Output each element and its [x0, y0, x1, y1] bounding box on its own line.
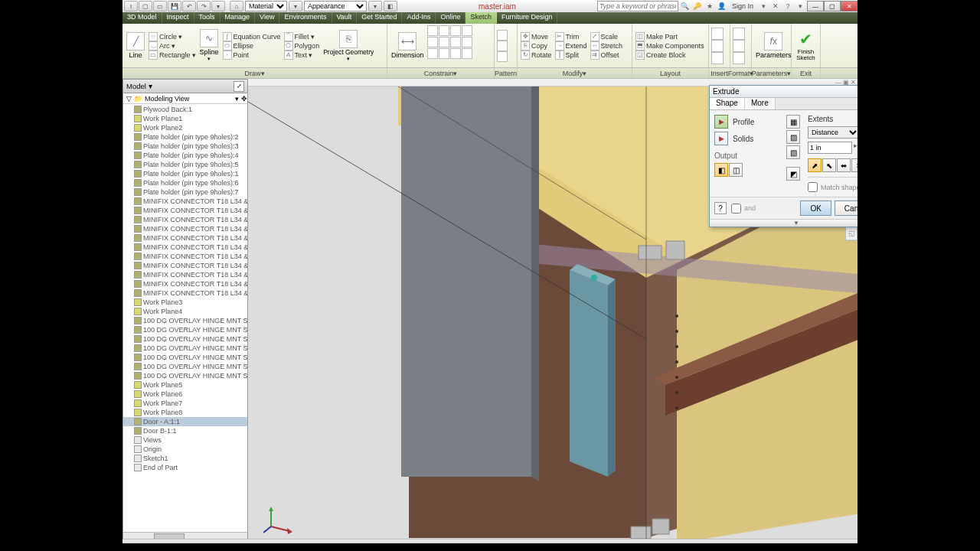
exchange-icon[interactable]: ✕ [770, 1, 781, 11]
tab-more[interactable]: More [745, 98, 776, 109]
construction-icon[interactable] [733, 28, 745, 40]
undo-icon[interactable]: ↶ [182, 1, 196, 11]
tab-furniture-design[interactable]: Furniture Design [497, 12, 558, 24]
tree-item[interactable]: Door - A:1:1 [123, 417, 247, 426]
tree-item[interactable]: MINIFIX CONNECTOR T18 L34 & 2W [123, 224, 247, 233]
profile-select-button[interactable]: ▶ [714, 115, 728, 129]
sign-in-link[interactable]: Sign In [732, 2, 753, 10]
tree-item[interactable]: MINIFIX CONNECTOR T18 L34 & 2W [123, 243, 247, 252]
perpendicular-icon[interactable] [439, 37, 449, 47]
tree-item[interactable]: MINIFIX CONNECTOR T18 L34 & 2W [123, 206, 247, 215]
appearance-adjust-icon[interactable]: ◧ [384, 1, 397, 11]
dialog-help-icon[interactable]: ? [714, 202, 727, 214]
qat-more-icon[interactable]: ▾ [211, 1, 225, 11]
help-search-input[interactable] [597, 1, 678, 11]
browser-tree[interactable]: Plywood Back:1Work Plane1Work Plane2Plat… [123, 104, 247, 532]
split-button[interactable]: ⎮Split [554, 51, 588, 60]
make-part-button[interactable]: ◫Make Part [635, 32, 705, 41]
copy-button[interactable]: ⎘Copy [520, 41, 553, 51]
equal-icon[interactable] [462, 48, 472, 59]
circ-pattern-icon[interactable] [497, 41, 508, 51]
op-newsolid-icon[interactable]: ◩ [786, 167, 800, 181]
parameters-button[interactable]: fxParameters [754, 25, 793, 66]
minimize-button[interactable]: — [807, 1, 824, 11]
open-icon[interactable]: ▭ [153, 1, 167, 11]
tree-item[interactable]: Views [123, 435, 247, 445]
save-icon[interactable]: 💾 [168, 1, 181, 11]
dimension-button[interactable]: ⟷Dimension [390, 25, 426, 66]
tree-item[interactable]: Work Plane8 [123, 408, 247, 417]
tree-item[interactable]: Plate holder (pin type 9holes):2 [123, 132, 247, 142]
move-button[interactable]: ✥Move [520, 32, 553, 41]
help-icon[interactable]: ? [782, 1, 793, 11]
tab-environments[interactable]: Environments [279, 12, 332, 24]
rect-pattern-icon[interactable] [497, 30, 508, 41]
direction-sym-icon[interactable]: ⬌ [837, 158, 851, 172]
ok-button[interactable]: OK [800, 201, 831, 216]
lookat-icon[interactable]: ◱ [846, 227, 857, 240]
appearance-dropdown[interactable]: Appearance [304, 1, 367, 11]
new-icon[interactable]: ▢ [139, 1, 152, 11]
close-button[interactable]: ✕ [841, 1, 858, 11]
search-icon[interactable]: 🔍 [680, 1, 691, 11]
insert-acad-icon[interactable] [711, 52, 724, 64]
ellipse-button[interactable]: ⬭Ellipse [222, 41, 282, 51]
trim-button[interactable]: ✂Trim [554, 32, 588, 41]
tab-vault[interactable]: Vault [332, 12, 358, 24]
equation-curve-button[interactable]: ∫Equation Curve [222, 32, 282, 41]
smooth-icon[interactable] [439, 48, 449, 59]
maximize-button[interactable]: ▢ [824, 1, 841, 11]
text-button[interactable]: AText ▾ [283, 51, 321, 60]
tree-item[interactable]: MINIFIX CONNECTOR T18 L34 & 2W [123, 252, 247, 261]
centerline-icon[interactable] [733, 40, 745, 52]
app-menu-icon[interactable]: I [124, 1, 138, 11]
dialog-titlebar[interactable]: Extrude ✕ [710, 86, 858, 98]
arc-button[interactable]: ◡Arc ▾ [148, 41, 197, 51]
tab-get-started[interactable]: Get Started [357, 12, 402, 24]
tree-item[interactable]: 100 DG OVERLAY HINGE MNT SCRE [123, 325, 247, 334]
tree-item[interactable]: Work Plane1 [123, 114, 247, 123]
viewport[interactable]: — ▣ ✕ [248, 79, 858, 543]
sign-in-menu-icon[interactable]: ▾ [758, 1, 769, 11]
tree-item[interactable]: Work Plane5 [123, 380, 247, 390]
tree-item[interactable]: 100 DG OVERLAY HINGE MNT SCRE [123, 334, 247, 344]
tree-item[interactable]: Plate holder (pin type 9holes):4 [123, 151, 247, 160]
line-button[interactable]: ╱Line [125, 25, 146, 66]
tree-item[interactable]: End of Part [123, 463, 247, 472]
tab-manage[interactable]: Manage [220, 12, 256, 24]
appearance-pick-icon[interactable]: ▾ [368, 1, 382, 11]
direction-asym-icon[interactable]: ⬍ [851, 158, 858, 172]
browser-view-row[interactable]: ▽ 📁 Modeling View ▾ ✥ [123, 93, 247, 104]
cancel-button[interactable]: Cancel [835, 201, 858, 216]
tab-shape[interactable]: Shape [710, 98, 745, 109]
tab-sketch[interactable]: Sketch [466, 12, 497, 24]
tab-tools[interactable]: Tools [194, 12, 220, 24]
extend-button[interactable]: →Extend [554, 41, 588, 51]
tree-item[interactable]: 100 DG OVERLAY HINGE MNT SCRE [123, 371, 247, 380]
output-surface-icon[interactable]: ◫ [729, 163, 743, 177]
insert-points-icon[interactable] [711, 40, 724, 52]
tree-item[interactable]: Work Plane2 [123, 123, 247, 132]
tab-add-ins[interactable]: Add-Ins [402, 12, 436, 24]
tree-item[interactable]: Plate holder (pin type 9holes):3 [123, 142, 247, 151]
help-menu-icon[interactable]: ▾ [795, 1, 805, 11]
solids-select-button[interactable]: ▶ [714, 132, 728, 145]
collinear-icon[interactable] [439, 25, 449, 36]
tree-item[interactable]: Plate holder (pin type 9holes):1 [123, 169, 247, 178]
tree-item[interactable]: MINIFIX CONNECTOR T18 L34 & 2W [123, 197, 247, 206]
dialog-expand-button[interactable]: ▼ [710, 219, 858, 227]
key-icon[interactable]: 🔑 [692, 1, 703, 11]
tree-item[interactable]: Work Plane3 [123, 298, 247, 307]
tangent-icon[interactable] [427, 48, 438, 59]
mirror-icon[interactable] [497, 51, 508, 62]
scale-button[interactable]: ⤢Scale [590, 32, 624, 41]
finish-sketch-button[interactable]: ✔Finish Sketch [794, 25, 818, 66]
tree-item[interactable]: Plywood Back:1 [123, 105, 247, 114]
tree-item[interactable]: Sketch1 [123, 454, 247, 463]
make-components-button[interactable]: ⬒Make Components [635, 41, 705, 51]
tab-view[interactable]: View [255, 12, 279, 24]
tree-item[interactable]: 100 DG OVERLAY HINGE MNT SCRE [123, 344, 247, 353]
op-join-icon[interactable]: ▦ [786, 115, 800, 129]
tree-item[interactable]: Work Plane7 [123, 399, 247, 408]
browser-pin-icon[interactable]: ⤢ [234, 81, 244, 92]
